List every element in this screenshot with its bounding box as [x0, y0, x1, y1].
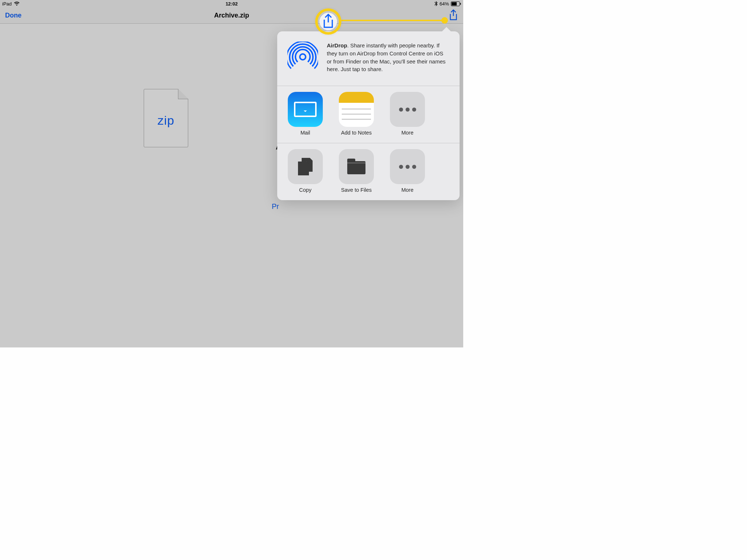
- copy-label: Copy: [299, 187, 311, 193]
- airdrop-title: AirDrop: [327, 42, 347, 48]
- share-app-more[interactable]: More: [386, 92, 429, 136]
- more-apps-label: More: [401, 130, 413, 136]
- annotation-connector-line: [341, 20, 445, 21]
- share-apps-row: Mail Add to Notes More: [277, 86, 460, 143]
- annotation-highlight-circle: [315, 8, 341, 35]
- page-title: Archive.zip: [214, 12, 249, 19]
- notes-icon: [339, 92, 374, 127]
- action-save-files[interactable]: Save to Files: [335, 149, 378, 193]
- copy-icon: [288, 149, 323, 184]
- device-label: iPad: [2, 1, 12, 7]
- save-files-label: Save to Files: [341, 187, 372, 193]
- file-type-label: zip: [158, 113, 174, 128]
- status-bar: iPad 12:02 64%: [0, 0, 463, 7]
- file-thumbnail: zip: [144, 89, 188, 147]
- battery-percent: 64%: [440, 1, 449, 7]
- background-text-fragment-2: Pr: [272, 202, 279, 211]
- share-sheet-popover: AirDrop. Share instantly with people nea…: [277, 31, 460, 200]
- more-actions-label: More: [401, 187, 413, 193]
- nav-bar: Done Archive.zip: [0, 7, 463, 24]
- svg-rect-2: [460, 3, 461, 5]
- annotation-end-dot: [441, 17, 448, 24]
- share-icon: [449, 9, 458, 22]
- save-files-icon: [339, 149, 374, 184]
- done-button[interactable]: Done: [5, 12, 22, 19]
- share-app-mail[interactable]: Mail: [284, 92, 327, 136]
- airdrop-icon: [287, 42, 318, 72]
- battery-icon: [451, 1, 461, 6]
- share-button[interactable]: [449, 10, 458, 21]
- bluetooth-icon: [434, 1, 438, 6]
- airdrop-description: AirDrop. Share instantly with people nea…: [327, 42, 449, 73]
- mail-label: Mail: [301, 130, 310, 136]
- share-icon: [322, 13, 335, 30]
- notes-label: Add to Notes: [341, 130, 372, 136]
- share-app-notes[interactable]: Add to Notes: [335, 92, 378, 136]
- action-copy[interactable]: Copy: [284, 149, 327, 193]
- svg-rect-1: [452, 2, 457, 5]
- svg-point-3: [300, 54, 306, 60]
- wifi-icon: [14, 1, 20, 6]
- share-actions-row: Copy Save to Files More: [277, 143, 460, 200]
- action-more[interactable]: More: [386, 149, 429, 193]
- more-apps-icon: [390, 92, 425, 127]
- mail-icon: [288, 92, 323, 127]
- more-actions-icon: [390, 149, 425, 184]
- status-time: 12:02: [225, 1, 237, 7]
- airdrop-section[interactable]: AirDrop. Share instantly with people nea…: [277, 31, 460, 86]
